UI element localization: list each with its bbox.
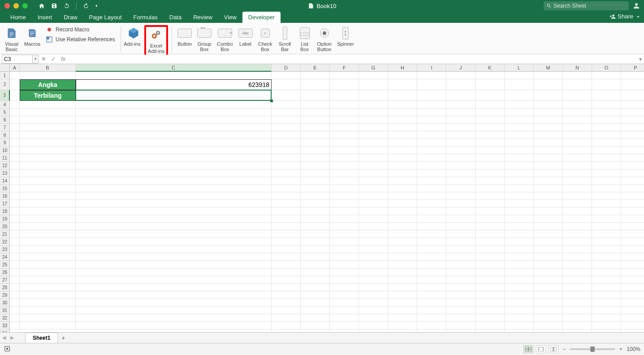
- use-relative-refs-button[interactable]: Use Relative References: [46, 36, 115, 43]
- cell-I7[interactable]: [417, 124, 446, 131]
- cell-F16[interactable]: [330, 192, 359, 200]
- cell-O13[interactable]: [592, 169, 621, 177]
- cell-H5[interactable]: [388, 108, 417, 116]
- undo-icon[interactable]: [64, 3, 70, 9]
- option-button-button[interactable]: OptionButton: [316, 25, 333, 53]
- home-icon[interactable]: [39, 3, 45, 9]
- cell-J14[interactable]: [446, 177, 475, 185]
- cell-O5[interactable]: [592, 108, 621, 116]
- cell-F10[interactable]: [330, 147, 359, 154]
- cell-B24[interactable]: [20, 253, 76, 261]
- cell-M27[interactable]: [534, 276, 563, 284]
- cell-I29[interactable]: [417, 291, 446, 299]
- cell-E6[interactable]: [301, 116, 330, 124]
- cell-A8[interactable]: [10, 131, 20, 139]
- cell-O14[interactable]: [592, 177, 621, 185]
- cell-F28[interactable]: [330, 284, 359, 291]
- cell-B22[interactable]: [20, 238, 76, 246]
- cell-P23[interactable]: [621, 246, 644, 253]
- cell-P20[interactable]: [621, 223, 644, 230]
- cell-I14[interactable]: [417, 177, 446, 185]
- column-header-P[interactable]: P: [621, 64, 644, 72]
- tab-review[interactable]: Review: [187, 12, 218, 23]
- cell-I2[interactable]: [417, 79, 446, 90]
- column-header-M[interactable]: M: [534, 64, 563, 72]
- cell-H3[interactable]: [388, 90, 417, 101]
- scroll-bar-button[interactable]: ScrollBar: [276, 25, 294, 53]
- cell-C11[interactable]: [76, 154, 272, 162]
- cell-H15[interactable]: [388, 185, 417, 192]
- cell-H29[interactable]: [388, 291, 417, 299]
- cell-J9[interactable]: [446, 139, 475, 147]
- cell-A5[interactable]: [10, 108, 20, 116]
- cell-B15[interactable]: [20, 185, 76, 192]
- cell-C10[interactable]: [76, 147, 272, 154]
- cell-D4[interactable]: [272, 101, 301, 108]
- cell-J28[interactable]: [446, 284, 475, 291]
- cell-A12[interactable]: [10, 162, 20, 169]
- cell-D2[interactable]: [272, 79, 301, 90]
- cell-E18[interactable]: [301, 208, 330, 215]
- qat-dropdown-icon[interactable]: ▾: [95, 4, 98, 8]
- row-header-15[interactable]: 15: [0, 185, 10, 192]
- cell-G10[interactable]: [359, 147, 388, 154]
- cell-D15[interactable]: [272, 185, 301, 192]
- cell-L13[interactable]: [505, 169, 534, 177]
- cell-M13[interactable]: [534, 169, 563, 177]
- cell-C26[interactable]: [76, 268, 272, 276]
- cell-K5[interactable]: [475, 108, 505, 116]
- cell-J27[interactable]: [446, 276, 475, 284]
- macros-button[interactable]: Macros: [22, 25, 42, 48]
- cell-J30[interactable]: [446, 299, 475, 307]
- cell-D33[interactable]: [272, 322, 301, 329]
- cell-H25[interactable]: [388, 261, 417, 268]
- cell-O28[interactable]: [592, 284, 621, 291]
- cell-N12[interactable]: [563, 162, 592, 169]
- cell-L9[interactable]: [505, 139, 534, 147]
- cell-C30[interactable]: [76, 299, 272, 307]
- cell-N10[interactable]: [563, 147, 592, 154]
- cell-E9[interactable]: [301, 139, 330, 147]
- cell-B2[interactable]: Angka: [20, 79, 76, 90]
- cell-E26[interactable]: [301, 268, 330, 276]
- cell-H14[interactable]: [388, 177, 417, 185]
- cell-B25[interactable]: [20, 261, 76, 268]
- cell-C13[interactable]: [76, 169, 272, 177]
- cell-C1[interactable]: [76, 72, 272, 79]
- cell-D27[interactable]: [272, 276, 301, 284]
- cell-I33[interactable]: [417, 322, 446, 329]
- cell-I21[interactable]: [417, 230, 446, 238]
- cell-K18[interactable]: [475, 208, 505, 215]
- tab-insert[interactable]: Insert: [32, 12, 58, 23]
- cell-B19[interactable]: [20, 215, 76, 223]
- cell-B13[interactable]: [20, 169, 76, 177]
- name-box-dropdown[interactable]: ▾: [32, 55, 39, 64]
- enter-formula-button[interactable]: ✓: [48, 56, 58, 62]
- cell-P21[interactable]: [621, 230, 644, 238]
- cell-G33[interactable]: [359, 322, 388, 329]
- cell-D9[interactable]: [272, 139, 301, 147]
- row-header-33[interactable]: 33: [0, 322, 10, 329]
- cell-H1[interactable]: [388, 72, 417, 79]
- row-header-7[interactable]: 7: [0, 124, 10, 131]
- cell-L2[interactable]: [505, 79, 534, 90]
- cell-O25[interactable]: [592, 261, 621, 268]
- cell-E2[interactable]: [301, 79, 330, 90]
- share-button[interactable]: Share: [618, 13, 633, 20]
- cell-H13[interactable]: [388, 169, 417, 177]
- cell-N6[interactable]: [563, 116, 592, 124]
- cell-N22[interactable]: [563, 238, 592, 246]
- cell-K25[interactable]: [475, 261, 505, 268]
- cell-P25[interactable]: [621, 261, 644, 268]
- cell-H23[interactable]: [388, 246, 417, 253]
- cell-F18[interactable]: [330, 208, 359, 215]
- cell-O4[interactable]: [592, 101, 621, 108]
- cell-P5[interactable]: [621, 108, 644, 116]
- cell-F7[interactable]: [330, 124, 359, 131]
- cell-G32[interactable]: [359, 314, 388, 322]
- cell-G28[interactable]: [359, 284, 388, 291]
- cell-D21[interactable]: [272, 230, 301, 238]
- cell-P10[interactable]: [621, 147, 644, 154]
- sheet-tab[interactable]: Sheet1: [25, 333, 58, 343]
- column-header-L[interactable]: L: [505, 64, 534, 72]
